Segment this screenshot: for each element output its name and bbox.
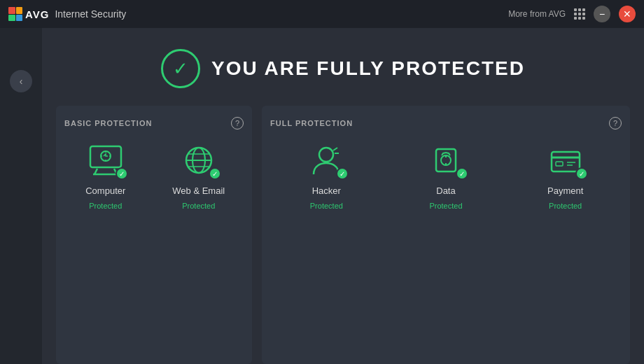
checkmark-icon: ✓	[173, 58, 188, 80]
protection-row: BASIC PROTECTION ?	[56, 106, 630, 364]
grid-dot	[574, 17, 577, 20]
grid-icon[interactable]	[574, 8, 585, 20]
basic-help-icon[interactable]: ?	[231, 117, 244, 130]
grid-dot	[582, 8, 585, 11]
grid-dot	[582, 17, 585, 20]
hacker-protection-item: ✓ Hacker Protected	[304, 141, 349, 210]
web-email-protection-item: ✓ Web & Email Protected	[172, 141, 225, 210]
status-icon: ✓	[161, 49, 200, 88]
payment-icon-wrapper: ✓	[543, 141, 588, 180]
titlebar-right: More from AVG − ✕	[508, 6, 636, 22]
computer-protection-item: ✓ Computer Protected	[83, 141, 128, 210]
computer-label: Computer	[85, 186, 125, 196]
computer-icon-wrapper: ✓	[83, 141, 128, 180]
hacker-icon-wrapper: ✓	[304, 141, 349, 180]
payment-protection-item: ✓ Payment Protected	[543, 141, 588, 210]
hacker-label: Hacker	[312, 186, 341, 196]
titlebar-left: AVG Internet Security	[8, 7, 126, 21]
basic-card-header: BASIC PROTECTION ?	[64, 117, 244, 130]
logo-sq-green	[8, 15, 15, 22]
basic-protection-card: BASIC PROTECTION ?	[56, 106, 252, 364]
full-protection-card: FULL PROTECTION ? ✓	[262, 106, 630, 364]
data-protection-item: ✓ Data Protected	[424, 141, 468, 210]
svg-line-15	[333, 148, 337, 150]
svg-rect-0	[90, 146, 121, 167]
payment-status: Protected	[549, 202, 582, 210]
grid-dot	[578, 8, 581, 11]
status-text: YOU ARE FULLY PROTECTED	[211, 57, 525, 80]
data-status: Protected	[429, 202, 462, 210]
payment-check-badge: ✓	[575, 167, 588, 180]
avg-logo: AVG	[8, 7, 49, 21]
data-check-badge: ✓	[456, 167, 468, 180]
data-label: Data	[436, 186, 455, 196]
grid-dot	[574, 13, 577, 15]
full-protection-title: FULL PROTECTION	[270, 119, 353, 127]
sidebar: ‹	[0, 28, 42, 364]
web-email-label: Web & Email	[172, 186, 225, 196]
close-button[interactable]: ✕	[619, 6, 636, 22]
avg-brand: AVG	[25, 8, 49, 20]
grid-dot	[582, 13, 585, 15]
full-protection-items: ✓ Hacker Protected	[270, 141, 622, 210]
svg-point-14	[319, 148, 333, 162]
titlebar: AVG Internet Security More from AVG − ✕	[0, 0, 644, 28]
hacker-status: Protected	[310, 202, 343, 210]
web-email-check-badge: ✓	[209, 167, 221, 180]
payment-label: Payment	[547, 186, 583, 196]
full-card-header: FULL PROTECTION ?	[270, 117, 622, 130]
app-title: Internet Security	[55, 8, 126, 20]
logo-sq-red	[8, 7, 15, 14]
more-from-avg-link[interactable]: More from AVG	[508, 9, 566, 19]
grid-dot	[578, 13, 581, 15]
data-icon-wrapper: ✓	[424, 141, 468, 180]
chevron-left-icon: ‹	[20, 76, 23, 87]
computer-check-badge: ✓	[115, 167, 128, 180]
content-area: ✓ YOU ARE FULLY PROTECTED BASIC PROTECTI…	[42, 28, 644, 364]
logo-sq-orange	[16, 7, 23, 14]
main-area: ‹ ✓ YOU ARE FULLY PROTECTED BASIC PROTEC…	[0, 28, 644, 364]
svg-rect-23	[556, 162, 563, 166]
web-email-status: Protected	[182, 202, 215, 210]
web-email-icon-wrapper: ✓	[176, 141, 221, 180]
grid-dot	[574, 8, 577, 11]
full-help-icon[interactable]: ?	[609, 117, 622, 130]
computer-status: Protected	[89, 202, 122, 210]
minimize-button[interactable]: −	[594, 6, 610, 22]
basic-protection-title: BASIC PROTECTION	[64, 119, 152, 127]
status-section: ✓ YOU ARE FULLY PROTECTED	[56, 28, 630, 106]
logo-squares	[8, 7, 22, 21]
logo-sq-blue	[16, 15, 23, 22]
collapse-sidebar-button[interactable]: ‹	[10, 70, 32, 92]
basic-protection-items: ✓ Computer Protected	[64, 141, 244, 210]
hacker-check-badge: ✓	[336, 167, 349, 180]
grid-dot	[578, 17, 581, 20]
